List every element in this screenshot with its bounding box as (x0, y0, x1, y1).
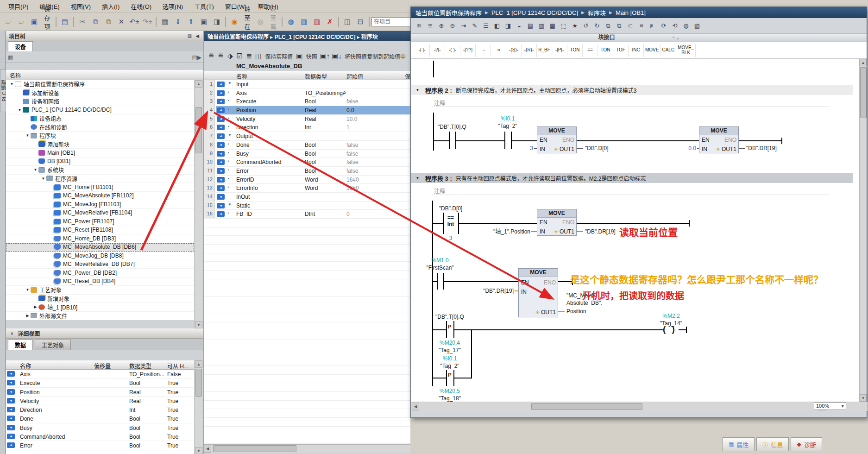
var-type[interactable] (305, 81, 346, 88)
expand-caret-icon[interactable]: ▼ (40, 177, 46, 181)
lad-toolbar-icon[interactable]: ⇥ (459, 21, 469, 31)
var-startvalue[interactable]: 16#0 (346, 177, 403, 184)
expand-all-icon[interactable]: ≣ (245, 50, 253, 62)
db-row[interactable]: 10 ◄ ▪ CommandAborted Bool false (204, 158, 410, 167)
db-hscrollbar[interactable]: ◀ (204, 444, 410, 453)
favorite-instruction[interactable]: TON (598, 44, 613, 57)
network3-header[interactable]: ▼ 程序段 3 : 只有在主动回原点模式后，才允许读取当前位置数据。M2.2是回… (411, 173, 853, 183)
paste-icon[interactable]: ⧉ (102, 16, 114, 28)
collapse-panel-icon[interactable]: ◀ (194, 33, 201, 38)
db-editor-breadcrumb[interactable]: 轴当前位置断电保持程序 ▸ PLC_1 [CPU 1214C DC/DC/DC]… (204, 31, 410, 41)
tree-item[interactable]: ▼ 轴当前位置断电保持程序 (6, 80, 194, 89)
var-startvalue[interactable]: 0.0 (346, 107, 403, 114)
favorite-instruction[interactable]: R_BF (537, 44, 552, 57)
diagnostics-icon[interactable]: ◍ (285, 16, 297, 28)
ladder-vscrollbar[interactable]: ▲ ▼ (859, 59, 867, 402)
favorite-instruction[interactable]: INC (629, 44, 644, 57)
detail-row[interactable]: ◄ Busy Bool True (6, 423, 194, 432)
breadcrumb-project[interactable]: 轴当前位置断电保持程序 (415, 8, 482, 17)
row-caret-icon[interactable]: ▪ (228, 151, 234, 155)
move-out-operand-line3[interactable]: Position (566, 308, 586, 315)
tree-item[interactable]: ▼ 程序块 (6, 132, 194, 140)
add-row-icon[interactable]: ≝ (216, 50, 225, 62)
detail-row[interactable]: ◄ Done Bool True (6, 414, 194, 423)
var-name[interactable]: Axis (236, 90, 304, 97)
network3-comment[interactable]: 注释 (431, 186, 830, 195)
favorite-instruction[interactable]: TON (567, 44, 583, 57)
db-row[interactable]: 1 ◄ ▼ Input (204, 80, 410, 89)
open-project-icon[interactable]: ▱ (15, 16, 27, 28)
save-project-label[interactable]: 保存项目 (41, 16, 53, 28)
var-type[interactable]: Bool (305, 98, 346, 106)
tree-item[interactable]: MC_MoveAbsolute_DB [DB6] (6, 243, 194, 252)
lad-toolbar-icon[interactable]: ⧉ (603, 21, 613, 31)
copy-icon[interactable]: ⧉ (89, 16, 101, 28)
db-row[interactable]: 14 ◄ InOut (204, 193, 410, 202)
stop-cpu-icon[interactable]: ◨ (211, 16, 223, 28)
row-caret-icon[interactable]: ▪ (228, 107, 234, 111)
cut-icon[interactable]: ✂ (76, 16, 88, 28)
db-row[interactable]: 8 ◄ ▪ Done Bool false (204, 141, 410, 150)
sep[interactable] (156, 17, 157, 27)
row-caret-icon[interactable]: ▼ (228, 81, 234, 85)
detail-row[interactable]: ◄ Execute Bool True (6, 378, 194, 387)
go-online-icon[interactable]: ◉ (228, 16, 240, 28)
tree-view-icon[interactable]: ▦ (8, 54, 13, 61)
lad-toolbar-icon[interactable]: ≌ (425, 21, 435, 31)
tree-item[interactable]: MC_Reset [FB1108] (6, 226, 194, 235)
lad-toolbar-icon[interactable]: ⊕ (436, 21, 447, 31)
tree-item[interactable]: ▼ 工艺对象 (6, 286, 194, 295)
tree-item[interactable]: 添加新块 (6, 140, 194, 149)
var-startvalue[interactable] (346, 194, 403, 201)
detail-row[interactable]: ◄ Velocity Real True (6, 397, 194, 405)
var-startvalue[interactable]: 0 (346, 211, 403, 218)
output-coil[interactable]: ( ) (663, 324, 677, 334)
var-startvalue[interactable] (346, 202, 403, 210)
contact-operand[interactable]: "DB".T[0].Q (435, 314, 464, 320)
lad-toolbar-icon[interactable]: ✎ (470, 21, 480, 31)
favorite-instruction[interactable]: -| |- (415, 44, 430, 57)
expand-caret-icon[interactable]: ▼ (9, 82, 15, 86)
db-row[interactable]: 4 ◄ ▪ Position Real 0.0 (204, 106, 410, 115)
move-block[interactable]: MOVE EN ENO IN ✳ OUT1 (537, 126, 577, 153)
sep[interactable] (369, 17, 370, 27)
contact-tag[interactable]: "Tag_2" (498, 123, 517, 129)
sep[interactable] (338, 17, 339, 27)
tree-item[interactable]: MC_Home_DB [DB3] (6, 234, 194, 243)
window1-icon[interactable]: ▥ (298, 16, 310, 28)
sep[interactable] (282, 17, 283, 27)
favorite-instruction[interactable]: MOVE_ BLK (676, 44, 696, 57)
tree-item[interactable]: ▼ PLC_1 [CPU 1214C DC/DC/DC] (6, 106, 194, 115)
var-name[interactable]: Position (236, 107, 304, 114)
move-in-operand[interactable]: "轴_1".Position (480, 228, 530, 235)
favorite-instruction[interactable]: -(R)- (522, 44, 537, 57)
favorite-instruction[interactable]: -(S)- (506, 44, 522, 57)
db-row[interactable]: 12 ◄ ▪ ErrorID Word 16#0 (204, 176, 410, 184)
lad-toolbar-icon[interactable]: ◧ (492, 21, 502, 31)
var-startvalue[interactable]: 10.0 (346, 116, 403, 123)
tree-item[interactable]: ▼ 程序资源 (6, 175, 194, 183)
favorite-instruction[interactable]: ⇥ (491, 44, 506, 57)
var-type[interactable] (305, 194, 346, 201)
tree-item[interactable]: DB [DB1] (6, 158, 194, 166)
new-project-icon[interactable]: ▱ (2, 16, 14, 28)
lad-toolbar-icon[interactable]: ▤ (525, 21, 535, 31)
var-name[interactable]: InOut (236, 194, 304, 201)
detail-row[interactable]: ◄ Direction Int True (6, 405, 194, 414)
var-name[interactable]: Static (236, 202, 304, 210)
lad-toolbar-icon[interactable]: ≋ (414, 21, 424, 31)
copy-snapshot-up-icon[interactable]: ▣↑ (320, 50, 331, 62)
lad-toolbar-icon[interactable]: ◨ (503, 21, 513, 31)
network2-comment[interactable]: 注释 (431, 98, 830, 107)
move-in-operand[interactable]: "DB".DR[19] (441, 288, 514, 294)
menu-item[interactable]: 工具(T) (189, 0, 220, 13)
go-offline-icon[interactable]: ◎ (254, 16, 266, 28)
var-startvalue[interactable]: false (346, 159, 403, 166)
network2-header[interactable]: ▼ 程序段 2 : 断电保持完成后，才允许回原点。主动回原点，必须将启动轴设置成… (411, 85, 853, 95)
tree-item[interactable]: MC_Home [FB1101] (6, 183, 194, 192)
compile-icon[interactable]: ▦ (159, 16, 171, 28)
move-in-value[interactable]: 0.0 (676, 145, 696, 151)
row-caret-icon[interactable]: ▼ (228, 202, 234, 207)
lad-toolbar-icon[interactable]: ↺ (581, 21, 591, 31)
var-startvalue[interactable]: false (346, 142, 403, 149)
